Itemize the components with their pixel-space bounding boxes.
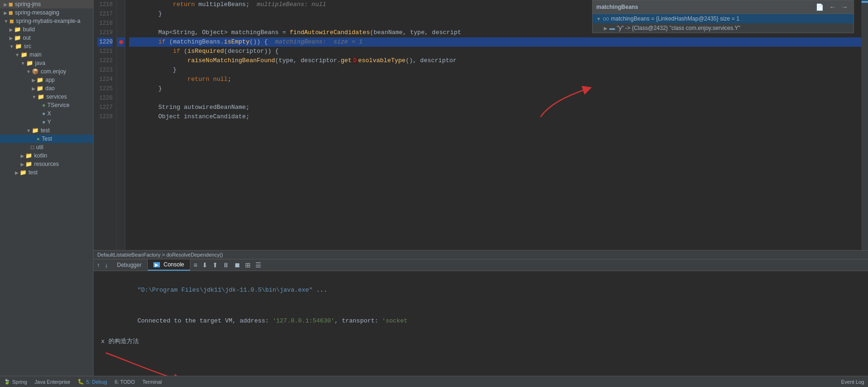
sidebar-label: Test: [42, 136, 52, 142]
sidebar-label: dao: [45, 85, 55, 92]
line-num-1223: 1223: [97, 65, 113, 75]
line-num-1225: 1225: [97, 84, 113, 93]
code-line-1222: raiseNoMatchingBeanFound(type, descripto…: [129, 56, 861, 65]
sidebar-label: app: [45, 77, 55, 83]
sidebar-item-src[interactable]: ▼ 📁 src: [0, 42, 93, 50]
gutter-1219: [117, 28, 125, 37]
debug-child-item[interactable]: ▶ ▬ "y" -> {Class@2432} "class com.enjoy…: [593, 23, 854, 33]
sidebar-item-spring-jms[interactable]: ▶ ◼ spring-jms: [0, 0, 93, 8]
gutter-1224: [117, 75, 125, 84]
upload-btn[interactable]: ⬆: [211, 260, 219, 270]
sidebar-item-test-folder[interactable]: ▼ 📁 test: [0, 126, 93, 135]
status-event-log[interactable]: Event Log: [841, 379, 864, 385]
code-line-1221: if (isRequired(descriptor)) {: [129, 47, 861, 56]
gutter-1221: [117, 47, 125, 56]
sidebar-label: main: [29, 51, 42, 58]
status-terminal[interactable]: Terminal: [143, 379, 162, 385]
gutter-1225: [117, 84, 125, 93]
status-debug[interactable]: 🐛 5: Debug: [78, 379, 107, 385]
sidebar-item-build[interactable]: ▶ 📁 build: [0, 25, 93, 34]
line-numbers: 1216 1217 1218 1219 1220 1221 1222 1223 …: [94, 0, 117, 250]
status-todo[interactable]: 6: TODO: [115, 379, 135, 385]
line-num-1220: 1220: [97, 37, 113, 47]
sidebar-item-out[interactable]: ▶ 📁 out: [0, 34, 93, 42]
line-num-1224: 1224: [97, 75, 113, 84]
sidebar-item-test-src[interactable]: ▶ 📁 test: [0, 168, 93, 177]
breadcrumb-bar: DefaultListableBeanFactory > doResolveDe…: [94, 250, 868, 259]
collapse-arrow: ▼: [9, 44, 14, 49]
folder-icon: 📁: [14, 35, 21, 41]
sidebar-item-main[interactable]: ▼ 📁 main: [0, 50, 93, 59]
sidebar-item-java[interactable]: ▼ 📁 java: [0, 59, 93, 67]
tab-debugger[interactable]: Debugger: [111, 260, 148, 270]
console-line-1: "D:\Program Files\jdk11\jdk-11.0.5\bin\j…: [101, 275, 861, 306]
sidebar-item-kotlin[interactable]: ▶ 📁 kotlin: [0, 151, 93, 160]
code-line-1227: String autowiredBeanName;: [129, 103, 861, 112]
line-num-1226: 1226: [97, 93, 113, 103]
pause-btn[interactable]: ⏸: [221, 260, 231, 270]
sidebar-item-spring-mybatis[interactable]: ▼ ◼ spring-mybatis-example-a: [0, 17, 93, 25]
tab-console[interactable]: ▶ Console: [148, 259, 190, 271]
grid-btn[interactable]: ⊞: [244, 260, 252, 270]
up-btn[interactable]: ↑: [95, 260, 101, 270]
back-btn[interactable]: ←: [827, 2, 838, 12]
folder-icon: 📁: [21, 51, 28, 58]
bottom-panel: ↑ ↓ Debugger ▶ Console ≡ ⬇ ⬆ ⏸ ⏹ ⊞: [94, 259, 868, 376]
module-icon: ◼: [8, 1, 13, 7]
status-debug-label: 5: Debug: [86, 379, 107, 385]
filter-btn[interactable]: ≡: [192, 260, 199, 270]
sidebar-item-util[interactable]: ▶ □ util: [0, 143, 93, 151]
sidebar-item-y[interactable]: ▶ ● Y: [0, 118, 93, 126]
sidebar-item-tservice[interactable]: ▶ ● TService: [0, 101, 93, 109]
sidebar-label: build: [23, 26, 35, 33]
collapse-arrow: ▶: [32, 78, 36, 83]
status-spring-label: Spring: [12, 379, 27, 385]
sidebar-item-test-class[interactable]: ▶ ● Test: [0, 135, 93, 143]
debug-root-item[interactable]: ▼ oo matchingBeans = {LinkedHashMap@2435…: [593, 14, 854, 23]
sidebar-item-x[interactable]: ▶ ● X: [0, 109, 93, 118]
collapse-arrow: ▶: [21, 162, 24, 167]
sidebar-item-services[interactable]: ▼ 📁 services: [0, 93, 93, 101]
module-icon: ◼: [9, 18, 14, 24]
folder-icon: 📁: [37, 93, 44, 100]
collapse-arrow: ▶: [4, 10, 7, 15]
code-line-1223: }: [129, 65, 861, 75]
folder-icon: 📁: [14, 26, 21, 33]
code-line-1225: }: [129, 84, 861, 93]
code-content[interactable]: return multipleBeans; multipleBeans: nul…: [125, 0, 861, 250]
class-icon: ●: [42, 110, 45, 117]
line-num-1221: 1221: [97, 47, 113, 56]
stop-btn[interactable]: ⏹: [232, 260, 242, 270]
sidebar-item-app[interactable]: ▶ 📁 app: [0, 76, 93, 84]
status-java-enterprise[interactable]: Java Enterprise: [35, 379, 70, 385]
spring-icon: 🍃: [4, 379, 10, 385]
sidebar-item-spring-messaging[interactable]: ▶ ◼ spring-messaging: [0, 8, 93, 17]
sidebar-label: spring-jms: [15, 1, 41, 7]
bottom-toolbar-left: ↑ ↓: [94, 260, 111, 270]
forward-btn[interactable]: →: [839, 2, 850, 12]
class-icon: ●: [36, 136, 40, 142]
sidebar-label: java: [35, 60, 45, 66]
line-num-1227: 1227: [97, 103, 113, 112]
folder-icon: 📁: [32, 127, 39, 134]
collapse-arrow: ▶: [32, 86, 36, 91]
gutter-1216: [117, 0, 125, 9]
folder-icon: 📁: [20, 169, 27, 176]
download-btn[interactable]: ⬇: [201, 260, 209, 270]
breakpoint-1220: [119, 40, 123, 44]
class-icon: ●: [42, 119, 45, 125]
settings-btn[interactable]: ☰: [254, 260, 263, 270]
code-line-1226: [129, 93, 861, 103]
sidebar-item-com-enjoy[interactable]: ▼ 📦 com.enjoy: [0, 67, 93, 76]
status-event-log-label: Event Log: [841, 379, 864, 385]
gutter: [117, 0, 125, 250]
gutter-1217: [117, 9, 125, 19]
project-sidebar: ▶ ◼ spring-jms ▶ ◼ spring-messaging ▼ ◼ …: [0, 0, 94, 376]
files-btn[interactable]: 📄: [814, 2, 825, 12]
tab-console-label: Console: [164, 261, 184, 268]
module-icon: ◼: [8, 9, 13, 16]
status-spring[interactable]: 🍃 Spring: [4, 379, 27, 385]
down-btn[interactable]: ↓: [103, 260, 109, 270]
sidebar-item-dao[interactable]: ▶ 📁 dao: [0, 84, 93, 93]
sidebar-item-resources[interactable]: ▶ 📁 resources: [0, 160, 93, 168]
